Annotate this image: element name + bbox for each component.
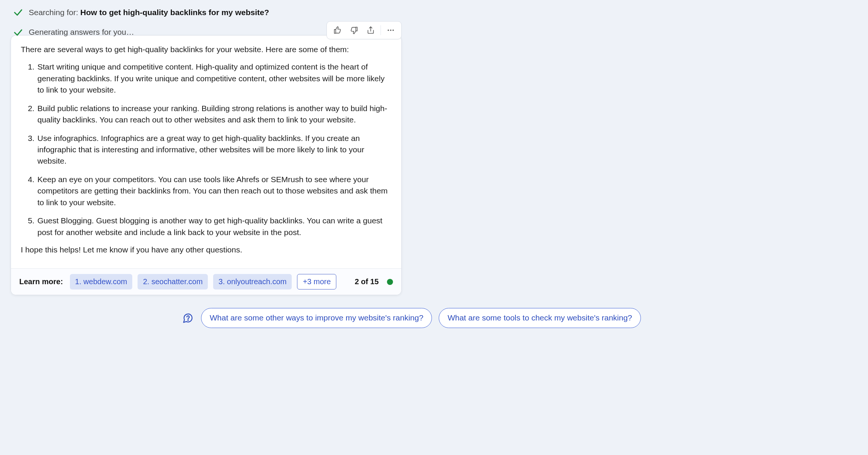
source-chip[interactable]: 3. onlyoutreach.com	[213, 274, 292, 289]
answer-list: Start writing unique and competitive con…	[21, 61, 391, 238]
answer-card: There are several ways to get high-quali…	[11, 35, 402, 296]
dislike-button[interactable]	[347, 24, 362, 37]
share-button[interactable]	[363, 24, 378, 37]
answer-item: Guest Blogging. Guest blogging is anothe…	[37, 215, 391, 238]
learn-more-label: Learn more:	[19, 276, 63, 287]
svg-point-4	[188, 320, 189, 320]
status-generating-text: Generating answers for you…	[29, 26, 134, 38]
searching-query: How to get high-quality backlinks for my…	[80, 8, 269, 17]
answer-item: Use infographics. Infographics are a gre…	[37, 133, 391, 167]
status-searching-row: Searching for: How to get high-quality b…	[11, 7, 857, 18]
more-button[interactable]	[383, 24, 398, 37]
suggestion-chip[interactable]: What are some tools to check my website'…	[439, 308, 641, 328]
suggestion-chip[interactable]: What are some other ways to improve my w…	[201, 308, 432, 328]
searching-label: Searching for:	[29, 8, 78, 17]
toolbar-divider	[381, 25, 381, 35]
like-button[interactable]	[330, 24, 345, 37]
answer-item: Keep an eye on your competitors. You can…	[37, 174, 391, 208]
answer-outro: I hope this helps! Let me know if you ha…	[21, 244, 391, 255]
svg-point-1	[388, 30, 389, 31]
suggestions-row: What are some other ways to improve my w…	[11, 308, 857, 328]
answer-item: Build public relations to increase your …	[37, 103, 391, 126]
question-icon	[181, 312, 194, 325]
answer-item: Start writing unique and competitive con…	[37, 61, 391, 96]
more-sources-chip[interactable]: +3 more	[297, 274, 336, 289]
check-icon	[13, 27, 23, 38]
status-dot-icon	[387, 279, 393, 285]
answer-body: There are several ways to get high-quali…	[11, 36, 401, 269]
source-chip[interactable]: 1. webdew.com	[70, 274, 133, 289]
status-searching-text: Searching for: How to get high-quality b…	[29, 7, 269, 18]
source-chip[interactable]: 2. seochatter.com	[138, 274, 208, 289]
svg-point-2	[390, 30, 391, 31]
answer-footer: Learn more: 1. webdew.com 2. seochatter.…	[11, 268, 401, 295]
svg-point-3	[393, 30, 394, 31]
answer-intro: There are several ways to get high-quali…	[21, 44, 391, 55]
status-generating-row: Generating answers for you…	[11, 26, 857, 38]
check-icon	[13, 7, 23, 18]
response-counter: 2 of 15	[355, 276, 379, 287]
feedback-toolbar	[326, 21, 402, 39]
